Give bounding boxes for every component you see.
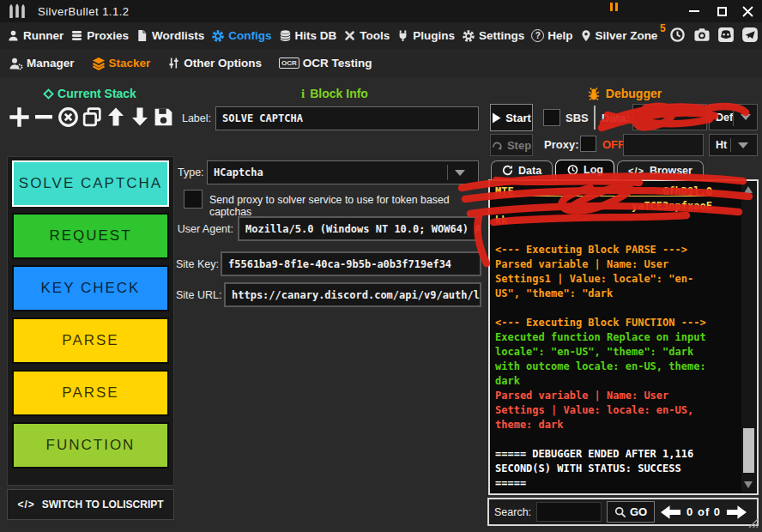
save-stack-button[interactable]: [152, 106, 175, 129]
data-type-select[interactable]: Def: [709, 104, 758, 130]
remove-block-button[interactable]: [33, 106, 55, 128]
stack-block[interactable]: REQUEST: [12, 213, 169, 259]
menu-item-proxies[interactable]: Proxies: [70, 29, 129, 42]
step-button-label: Step: [507, 139, 531, 152]
tab-data[interactable]: Data: [491, 160, 553, 179]
settings-gear-icon: [462, 29, 475, 43]
go-button[interactable]: GO: [607, 501, 655, 523]
proxy-type-select[interactable]: Ht: [709, 134, 758, 156]
prev-match-button[interactable]: [660, 505, 681, 520]
add-block-button[interactable]: [7, 105, 32, 130]
label-caption: Label:: [180, 112, 211, 124]
log-line: yaTCE3npfxaoE: [495, 199, 739, 214]
move-down-button[interactable]: [129, 106, 151, 128]
clone-block-button[interactable]: [81, 106, 104, 129]
tab-log[interactable]: Log: [555, 160, 614, 179]
menu-item-hits-db[interactable]: Hits DB: [279, 29, 337, 42]
proxy-checkbox[interactable]: [580, 136, 596, 152]
site-key-field[interactable]: f5561ba9-8f1e-40ca-9b5b-a0b3f719ef34: [221, 251, 481, 276]
stack-block[interactable]: PARSE: [12, 317, 169, 364]
menu-item-settings[interactable]: Settings: [462, 29, 524, 43]
history-button[interactable]: [668, 25, 687, 45]
minimize-button[interactable]: [683, 0, 705, 22]
menu-item-help[interactable]: ? Help: [531, 29, 572, 42]
tab-browser[interactable]: </> Browser: [617, 160, 704, 179]
maximize-icon: [717, 7, 727, 16]
site-key-caption: Site Key:: [176, 258, 217, 270]
submenu-item-ocr-testing[interactable]: OCR OCR Testing: [279, 57, 372, 70]
wordlists-icon: [136, 29, 148, 42]
history-clock-icon: [669, 27, 686, 43]
stack-block[interactable]: SOLVE CAPTCHA: [12, 160, 169, 207]
log-line: SECOND(S) WITH STATUS: SUCCESS: [495, 462, 739, 476]
stacker-layers-icon: [92, 57, 106, 70]
log-line: kk: [495, 214, 739, 228]
disable-block-button[interactable]: [57, 106, 80, 129]
menu-item-label: Proxies: [87, 29, 129, 42]
stack-block[interactable]: PARSE: [12, 370, 169, 416]
menu-item-configs[interactable]: Configs: [211, 29, 271, 43]
map-pin-icon: [580, 29, 592, 42]
configs-gear-icon: [211, 29, 225, 43]
telegram-icon: [741, 27, 759, 43]
maximize-button[interactable]: [711, 0, 733, 22]
search-input[interactable]: [536, 502, 602, 522]
menu-item-label: Tools: [360, 29, 390, 42]
type-select[interactable]: HCaptcha: [207, 160, 479, 184]
step-button[interactable]: Step: [490, 134, 533, 156]
tools-icon: [343, 29, 356, 42]
sbs-checkbox[interactable]: [543, 109, 560, 126]
submenu-item-other-options[interactable]: Other Options: [167, 57, 262, 70]
user-agent-field[interactable]: Mozilla/5.0 (Windows NT 10.0; WOW64) App…: [238, 216, 481, 241]
send-proxy-checkbox[interactable]: [184, 190, 203, 209]
submenu-item-stacker[interactable]: Stacker: [92, 57, 151, 70]
camera-icon: [693, 27, 711, 43]
minus-icon: [33, 106, 55, 128]
proxy-input[interactable]: [623, 134, 704, 156]
resize-grip[interactable]: [747, 517, 759, 529]
tab-label: Browser: [650, 165, 692, 177]
stack-block[interactable]: FUNCTION: [12, 422, 169, 469]
match-counter: 0 of 0: [686, 505, 721, 518]
telegram-button[interactable]: [740, 25, 759, 45]
menu-item-tools[interactable]: Tools: [343, 29, 390, 42]
submenu-item-manager[interactable]: Manager: [9, 57, 75, 70]
ocr-icon: OCR: [279, 57, 299, 69]
log-scrollbar[interactable]: [741, 182, 756, 493]
menu-item-wordlists[interactable]: Wordlists: [136, 29, 204, 42]
menu-item-plugins[interactable]: Plugins: [396, 29, 455, 42]
site-key-value: f5561ba9-8f1e-40ca-9b5b-a0b3f719ef34: [228, 258, 451, 270]
proxy-type-value: Ht: [716, 139, 727, 151]
debugger-log-panel: MTE GfhD9l.Q yaTCE3npfxaoEkk <--- Execut…: [488, 179, 759, 495]
data-input[interactable]: [632, 104, 707, 130]
scrollbar-thumb[interactable]: [743, 428, 754, 473]
label-field[interactable]: SOLVE CAPTCHA: [215, 106, 479, 130]
plus-icon: [7, 105, 32, 130]
log-line: US", "theme": "dark: [495, 287, 739, 301]
switch-to-loliscript-button[interactable]: </> SWITCH TO LOLISCRIPT: [7, 489, 174, 520]
scroll-up-icon[interactable]: [744, 186, 753, 193]
submenu-item-label: Stacker: [109, 57, 151, 70]
log-line: with outcome locale: en-US, theme:: [495, 360, 739, 374]
close-button[interactable]: [736, 0, 759, 22]
menu-item-label: Hits DB: [295, 29, 337, 42]
screenshot-button[interactable]: [692, 25, 711, 45]
log-line: Executed function Replace on input: [495, 330, 739, 345]
window-titlebar: SilverBullet 1.1.2: [0, 0, 762, 22]
next-match-button[interactable]: [726, 505, 747, 520]
site-url-field[interactable]: https://canary.discord.com/api/v9/auth/l…: [224, 282, 481, 307]
menu-item-runner[interactable]: Runner: [7, 29, 64, 42]
discord-button[interactable]: [716, 25, 735, 45]
log-line: Parsed variable | Name: User: [495, 257, 739, 272]
discord-icon: [717, 27, 735, 43]
scroll-down-icon[interactable]: [744, 481, 753, 488]
bug-icon: [587, 87, 601, 101]
log-line: Settings1 | Value: locale": "en-: [495, 272, 739, 287]
stack-block[interactable]: KEY CHECK: [12, 265, 169, 311]
log-search-bar: Search: GO 0 of 0: [487, 498, 759, 526]
site-url-caption: Site URL:: [176, 289, 221, 301]
start-button[interactable]: Start: [490, 104, 533, 131]
window-title: SilverBullet 1.1.2: [38, 5, 130, 18]
menu-item-silver-zone[interactable]: Silver Zone: [580, 29, 658, 42]
move-up-button[interactable]: [105, 106, 127, 128]
